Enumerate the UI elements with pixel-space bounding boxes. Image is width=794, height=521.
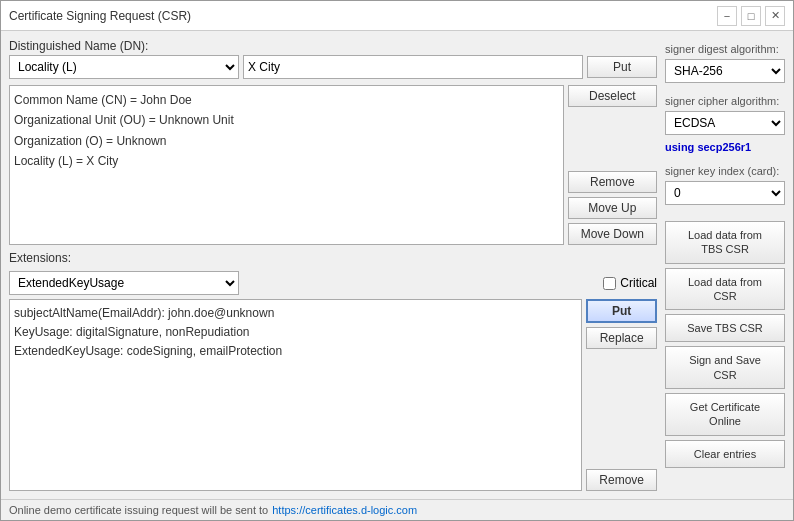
dn-input-row: Locality (L) Common Name (CN) Organizati… bbox=[9, 55, 657, 79]
critical-label: Critical bbox=[603, 276, 657, 290]
left-panel: Distinguished Name (DN): Locality (L) Co… bbox=[9, 39, 657, 491]
list-item: subjectAltName(EmailAddr): john.doe@unkn… bbox=[14, 304, 577, 323]
footer-link[interactable]: https://certificates.d-logic.com bbox=[272, 504, 417, 516]
cipher-algo-select[interactable]: ECDSA RSA bbox=[665, 111, 785, 135]
maximize-button[interactable]: □ bbox=[741, 6, 761, 26]
list-item: KeyUsage: digitalSignature, nonRepudiati… bbox=[14, 323, 577, 342]
minimize-button[interactable]: − bbox=[717, 6, 737, 26]
dn-middle-area: Common Name (CN) = John Doe Organization… bbox=[9, 85, 657, 245]
main-content: Distinguished Name (DN): Locality (L) Co… bbox=[1, 31, 793, 499]
dn-section: Distinguished Name (DN): Locality (L) Co… bbox=[9, 39, 657, 79]
cipher-algo-label: signer cipher algorithm: bbox=[665, 95, 785, 107]
move-up-button[interactable]: Move Up bbox=[568, 197, 657, 219]
extensions-label: Extensions: bbox=[9, 251, 657, 265]
move-down-button[interactable]: Move Down bbox=[568, 223, 657, 245]
list-item: Common Name (CN) = John Doe bbox=[14, 90, 559, 110]
footer-text: Online demo certificate issuing request … bbox=[9, 504, 268, 516]
footer: Online demo certificate issuing request … bbox=[1, 499, 793, 520]
dn-button-col: Deselect Remove Move Up Move Down bbox=[568, 85, 657, 245]
ext-put-button[interactable]: Put bbox=[586, 299, 657, 323]
dn-list-wrapper: Common Name (CN) = John Doe Organization… bbox=[9, 85, 564, 245]
list-item: ExtendedKeyUsage: codeSigning, emailProt… bbox=[14, 342, 577, 361]
ext-select-wrapper: ExtendedKeyUsage KeyUsage SubjectAltName bbox=[9, 271, 239, 295]
ext-remove-button[interactable]: Remove bbox=[586, 469, 657, 491]
dn-put-button[interactable]: Put bbox=[587, 56, 657, 78]
get-certificate-online-button[interactable]: Get CertificateOnline bbox=[665, 393, 785, 436]
list-item: Organizational Unit (OU) = Unknown Unit bbox=[14, 110, 559, 130]
load-csr-button[interactable]: Load data fromCSR bbox=[665, 268, 785, 311]
critical-text: Critical bbox=[620, 276, 657, 290]
deselect-button[interactable]: Deselect bbox=[568, 85, 657, 107]
digest-algo-select[interactable]: SHA-256 SHA-384 SHA-512 bbox=[665, 59, 785, 83]
right-panel: signer digest algorithm: SHA-256 SHA-384… bbox=[665, 39, 785, 491]
dn-select-wrapper: Locality (L) Common Name (CN) Organizati… bbox=[9, 55, 239, 79]
signer-settings: signer digest algorithm: SHA-256 SHA-384… bbox=[665, 39, 785, 205]
titlebar-buttons: − □ ✕ bbox=[717, 6, 785, 26]
window-title: Certificate Signing Request (CSR) bbox=[9, 9, 191, 23]
remove-button[interactable]: Remove bbox=[568, 171, 657, 193]
ext-type-select[interactable]: ExtendedKeyUsage KeyUsage SubjectAltName bbox=[9, 271, 239, 295]
key-index-label: signer key index (card): bbox=[665, 165, 785, 177]
ext-replace-button[interactable]: Replace bbox=[586, 327, 657, 349]
critical-checkbox[interactable] bbox=[603, 277, 616, 290]
list-item: Organization (O) = Unknown bbox=[14, 131, 559, 151]
dn-type-select[interactable]: Locality (L) Common Name (CN) Organizati… bbox=[9, 55, 239, 79]
sign-save-csr-button[interactable]: Sign and SaveCSR bbox=[665, 346, 785, 389]
extensions-section: Extensions: ExtendedKeyUsage KeyUsage Su… bbox=[9, 251, 657, 491]
titlebar: Certificate Signing Request (CSR) − □ ✕ bbox=[1, 1, 793, 31]
digest-algo-label: signer digest algorithm: bbox=[665, 43, 785, 55]
close-button[interactable]: ✕ bbox=[765, 6, 785, 26]
using-text: using secp256r1 bbox=[665, 141, 785, 153]
dn-list: Common Name (CN) = John Doe Organization… bbox=[10, 86, 563, 244]
ext-list: subjectAltName(EmailAddr): john.doe@unkn… bbox=[9, 299, 582, 491]
right-action-buttons: Load data fromTBS CSR Load data fromCSR … bbox=[665, 221, 785, 468]
key-index-select[interactable]: 0 1 2 bbox=[665, 181, 785, 205]
ext-actions: Put Replace Remove bbox=[586, 299, 657, 491]
list-item: Locality (L) = X City bbox=[14, 151, 559, 171]
ext-list-area: subjectAltName(EmailAddr): john.doe@unkn… bbox=[9, 299, 657, 491]
main-window: Certificate Signing Request (CSR) − □ ✕ … bbox=[0, 0, 794, 521]
ext-header-row: ExtendedKeyUsage KeyUsage SubjectAltName… bbox=[9, 271, 657, 295]
clear-entries-button[interactable]: Clear entries bbox=[665, 440, 785, 468]
save-tbs-csr-button[interactable]: Save TBS CSR bbox=[665, 314, 785, 342]
dn-value-input[interactable] bbox=[243, 55, 583, 79]
dn-label: Distinguished Name (DN): bbox=[9, 39, 657, 53]
load-tbs-csr-button[interactable]: Load data fromTBS CSR bbox=[665, 221, 785, 264]
